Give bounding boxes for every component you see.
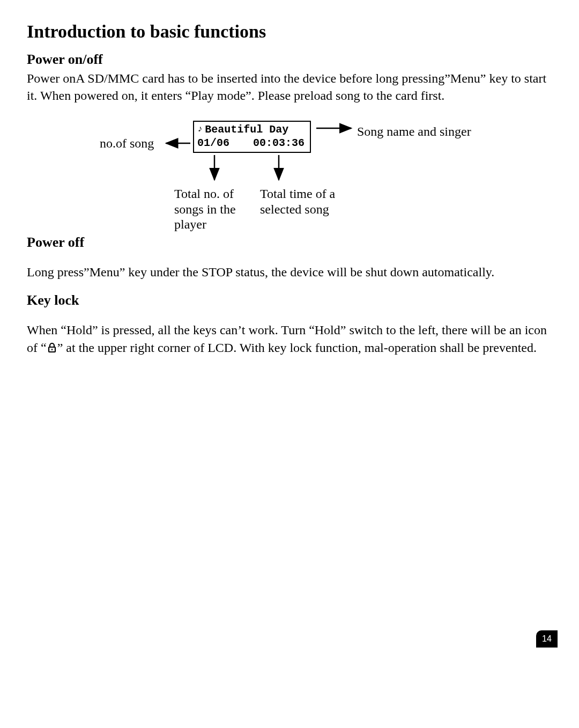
- label-total-time: Total time of a selected song: [260, 186, 340, 217]
- music-note-icon: ♪: [197, 124, 203, 134]
- section-heading-power-off: Power off: [27, 234, 552, 251]
- lock-icon: [47, 340, 57, 357]
- manual-page: Introduction to basic functions Power on…: [0, 0, 579, 728]
- svg-rect-6: [51, 349, 53, 350]
- label-total-songs: Total no. of songs in the player: [174, 186, 265, 232]
- key-lock-text-after: ” at the upper right corner of LCD. With…: [57, 341, 537, 355]
- lcd-track-counter: 01/06: [197, 136, 229, 150]
- page-title: Introduction to basic functions: [27, 21, 552, 42]
- section-body-power-off: Long press”Menu” key under the STOP stat…: [27, 263, 552, 281]
- section-body-power-on-off: Power onA SD/MMC card has to be inserted…: [27, 70, 552, 105]
- section-heading-key-lock: Key lock: [27, 292, 552, 308]
- lcd-diagram: ♪ Beautiful Day 01/06 00:03:36 no.of son…: [27, 116, 552, 224]
- label-song-name-singer: Song name and singer: [357, 124, 471, 139]
- lcd-time: 00:03:36: [253, 136, 305, 150]
- lcd-song-title: Beautiful Day: [205, 123, 288, 136]
- page-number-badge: 14: [536, 630, 558, 648]
- lcd-screen: ♪ Beautiful Day 01/06 00:03:36: [193, 121, 311, 153]
- section-body-key-lock: When “Hold” is pressed, all the keys can…: [27, 321, 552, 357]
- section-heading-power-on-off: Power on/off: [27, 52, 552, 68]
- label-no-of-song: no.of song: [100, 136, 154, 151]
